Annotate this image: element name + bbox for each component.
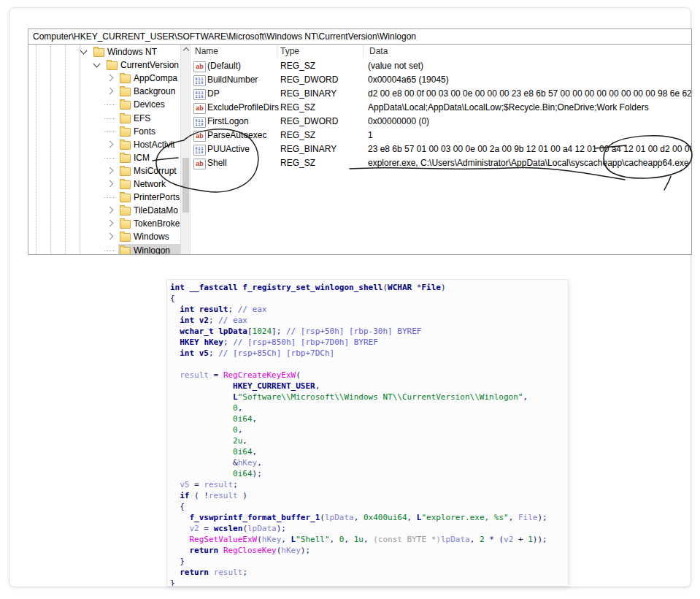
value-data: (value not set) (368, 59, 423, 73)
tree-scrollbar[interactable] (180, 45, 191, 254)
chevron-right-icon[interactable] (107, 75, 114, 82)
scroll-up-icon[interactable] (183, 47, 189, 53)
value-name: ExcludeProfileDirs (207, 101, 279, 115)
tree-item-windows[interactable]: Windows (28, 230, 180, 243)
address-bar[interactable]: Computer\HKEY_CURRENT_USER\SOFTWARE\Micr… (28, 29, 691, 45)
registry-row-firstlogon[interactable]: FirstLogonREG_DWORD0x00000000 (0) (191, 115, 691, 129)
code-token: File (518, 513, 538, 522)
chevron-right-icon[interactable] (107, 167, 114, 174)
tree-item-fonts[interactable]: Fonts (28, 125, 180, 138)
chevron-down-icon[interactable] (93, 61, 101, 68)
tree-item-label: Devices (134, 98, 165, 111)
code-line-6: HKEY hKey; // [rsp+850h] [rbp+7D0h] BYRE… (170, 337, 378, 348)
column-header-type[interactable]: Type (280, 45, 299, 58)
binary-value-icon (193, 145, 206, 156)
tree-item-tokenbroke[interactable]: TokenBroke (28, 217, 180, 230)
code-token: } (170, 557, 185, 566)
folder-icon (120, 115, 131, 123)
chevron-right-icon[interactable] (107, 88, 114, 95)
code-token (170, 568, 180, 577)
value-data: d2 00 e8 00 0f 00 03 00 0e 00 00 00 23 e… (368, 87, 691, 101)
column-header-data[interactable]: Data (369, 45, 388, 58)
code-token: ; (209, 348, 218, 358)
code-token: WCHAR (388, 283, 412, 292)
code-token: , (523, 392, 528, 402)
string-value-icon (193, 61, 206, 72)
string-value-icon (193, 131, 206, 142)
code-line-21: { (170, 501, 185, 512)
tree-item-winlogon[interactable]: Winlogon (28, 244, 180, 255)
tree-item-tiledatamo[interactable]: TileDataMo (28, 204, 180, 217)
value-type: REG_BINARY (280, 87, 336, 101)
code-token: , (238, 425, 243, 435)
code-line-2: { (170, 293, 175, 304)
value-type: REG_SZ (280, 101, 315, 115)
chevron-right-icon[interactable] (107, 180, 114, 188)
code-token: hKey (238, 458, 258, 468)
code-token: // [rsp+850h] [rbp+7D0h] BYREF (233, 337, 378, 347)
code-token: 0 (233, 403, 238, 413)
registry-row-dp[interactable]: DPREG_BINARYd2 00 e8 00 0f 00 03 00 0e 0… (191, 87, 691, 101)
code-token: result (180, 370, 209, 380)
registry-row-excludeprofiledirs[interactable]: ExcludeProfileDirsREG_SZAppData\Local;Ap… (191, 101, 691, 115)
registry-row-parseautoexec[interactable]: ParseAutoexecREG_SZ1 (191, 129, 691, 142)
tree-leaf-connector (104, 131, 115, 132)
column-header-name[interactable]: Name (195, 45, 218, 58)
code-token: 0 (233, 425, 238, 435)
value-name: BuildNumber (207, 73, 258, 87)
pseudocode-panel[interactable]: int __fastcall f_registry_set_winlogon_s… (166, 279, 569, 587)
code-line-28: } (170, 578, 175, 587)
code-line-18: 0i64); (170, 468, 262, 479)
registry-row-shell[interactable]: ShellREG_SZexplorer.exe, C:\Users\Admini… (191, 156, 691, 170)
column-divider[interactable] (363, 45, 364, 58)
code-line-9: result = RegCreateKeyExW( (170, 370, 301, 381)
tree-pane[interactable]: Windows NTCurrentVersionAppCompaBackgrou… (28, 45, 180, 254)
tree-item-hostactivit[interactable]: HostActivit (28, 138, 180, 151)
tree-item-appcompa[interactable]: AppCompa (28, 72, 180, 85)
code-line-4: int v2; // eax (170, 315, 247, 326)
code-token: ; (228, 305, 238, 314)
code-token: ); (277, 524, 286, 533)
tree-item-windows-nt[interactable]: Windows NT (28, 45, 180, 58)
code-token (170, 546, 190, 555)
code-token (170, 436, 233, 446)
chevron-right-icon[interactable] (107, 233, 114, 240)
chevron-right-icon[interactable] (107, 207, 114, 214)
code-token (185, 283, 190, 292)
tree-item-efs[interactable]: EFS (28, 112, 180, 125)
code-token: , (344, 535, 353, 544)
tree-item-network[interactable]: Network (28, 178, 180, 191)
tree-item-label: Backgroun (134, 85, 175, 98)
column-divider[interactable] (277, 45, 277, 58)
folder-icon (120, 154, 131, 163)
scrollbar-thumb[interactable] (182, 158, 189, 213)
folder-icon (120, 128, 131, 137)
chevron-down-icon[interactable] (80, 47, 88, 55)
tree-item-backgroun[interactable]: Backgroun (28, 85, 180, 98)
code-line-23: v2 = wcslen(lpData); (170, 523, 286, 534)
registry-row-default[interactable]: (Default)REG_SZ(value not set) (191, 59, 691, 73)
tree-item-icm[interactable]: ICM (28, 151, 180, 164)
chevron-right-icon[interactable] (107, 220, 114, 227)
code-token (170, 337, 180, 347)
code-token: ; (242, 568, 247, 577)
code-token: ; (223, 337, 233, 347)
code-token: * (412, 283, 421, 292)
chevron-right-icon[interactable] (107, 140, 114, 148)
tree-leaf-connector (104, 118, 115, 119)
code-token: lpData (441, 535, 470, 544)
tree-item-currentversion[interactable]: CurrentVersion (28, 58, 180, 72)
tree-item-printerports[interactable]: PrinterPorts (28, 191, 180, 204)
tree-item-devices[interactable]: Devices (28, 98, 180, 111)
tree-item-label: Network (134, 178, 166, 191)
code-token: , (330, 535, 339, 544)
code-token: v5 (180, 480, 189, 489)
code-token: ( (320, 513, 325, 522)
registry-row-buildnumber[interactable]: BuildNumberREG_DWORD0x00004a65 (19045) (191, 73, 691, 87)
registry-row-puuactive[interactable]: PUUActiveREG_BINARY23 e8 6b 57 01 00 03 … (191, 142, 691, 156)
tree-item-label: EFS (134, 112, 150, 125)
tree-item-msicorrupt[interactable]: MsiCorrupt (28, 164, 180, 178)
value-type: REG_SZ (280, 59, 315, 73)
code-token: ; (233, 480, 238, 489)
code-token: result (214, 568, 243, 577)
